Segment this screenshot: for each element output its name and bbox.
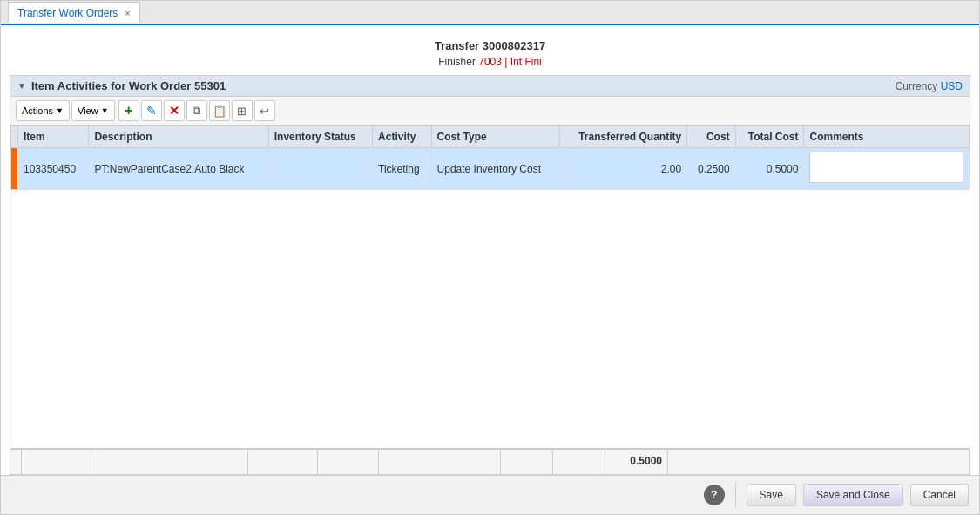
delete-button[interactable]: ✕	[164, 100, 185, 121]
cell-inventory-status	[268, 148, 372, 190]
copy-icon: ⧉	[193, 104, 200, 118]
header-section: Transfer 3000802317 Finisher 7003 | Int …	[1, 25, 979, 75]
collapse-icon[interactable]: ▼	[17, 81, 26, 91]
col-transferred-qty: Transferred Quantity	[560, 126, 687, 148]
header-subtitle: Finisher 7003 | Int Fini	[1, 56, 979, 68]
cell-cost: 0.2500	[687, 148, 735, 190]
transfer-work-orders-tab[interactable]: Transfer Work Orders ×	[8, 2, 140, 23]
currency-info: Currency USD	[896, 80, 963, 92]
table-footer: 0.5000	[10, 448, 970, 474]
cancel-button[interactable]: Cancel	[910, 484, 969, 506]
freeze-button[interactable]: ⊞	[232, 100, 253, 121]
transfer-number: 3000802317	[483, 39, 545, 52]
icon-buttons-group: + ✎ ✕ ⧉ 📋 ⊞	[118, 100, 275, 121]
copy-button[interactable]: ⧉	[186, 100, 207, 121]
section-title-text: Item Activities for Work Order 55301	[31, 79, 226, 92]
col-description: Description	[89, 126, 268, 148]
back-button[interactable]: ↩	[254, 100, 275, 121]
col-cost-type: Cost Type	[431, 126, 560, 148]
add-button[interactable]: +	[118, 100, 139, 121]
currency-value: USD	[941, 80, 963, 92]
actions-button[interactable]: Actions ▼	[16, 100, 70, 121]
col-item: Item	[18, 126, 89, 148]
view-button[interactable]: View ▼	[71, 100, 115, 121]
currency-label: Currency	[896, 80, 938, 92]
table-wrapper[interactable]: Item Description Inventory Status Activi…	[10, 125, 970, 448]
section-title: ▼ Item Activities for Work Order 55301	[17, 79, 226, 92]
col-inventory-status: Inventory Status	[268, 126, 372, 148]
finisher-label: Finisher	[438, 56, 476, 68]
table-container: Item Description Inventory Status Activi…	[10, 125, 970, 474]
save-close-button[interactable]: Save and Close	[803, 484, 903, 506]
delete-icon: ✕	[169, 104, 179, 118]
transfer-label: Transfer	[435, 39, 479, 52]
actions-arrow-icon: ▼	[56, 106, 64, 115]
bottom-bar: ? Save Save and Close Cancel	[1, 475, 979, 514]
header-title: Transfer 3000802317	[1, 39, 979, 52]
section-header: ▼ Item Activities for Work Order 55301 C…	[10, 76, 970, 97]
save-button[interactable]: Save	[747, 484, 796, 506]
cell-comments[interactable]	[804, 148, 970, 190]
comments-textarea[interactable]	[809, 152, 963, 183]
freeze-icon: ⊞	[237, 105, 247, 118]
footer-total: 0.5000	[605, 450, 668, 474]
paste-button[interactable]: 📋	[209, 100, 230, 121]
col-activity: Activity	[373, 126, 432, 148]
cell-cost-type: Update Inventory Cost	[431, 148, 560, 190]
item-activities-section: ▼ Item Activities for Work Order 55301 C…	[10, 75, 970, 475]
edit-button[interactable]: ✎	[141, 100, 162, 121]
col-total-cost: Total Cost	[735, 126, 804, 148]
actions-label: Actions	[22, 105, 53, 116]
tab-label: Transfer Work Orders	[17, 7, 118, 19]
add-icon: +	[125, 103, 132, 119]
view-label: View	[78, 105, 98, 116]
tab-close-icon[interactable]: ×	[125, 8, 130, 18]
edit-icon: ✎	[146, 104, 157, 118]
view-arrow-icon: ▼	[101, 106, 109, 115]
cell-description: PT:NewParentCase2:Auto Black	[89, 148, 268, 190]
col-cost: Cost	[687, 126, 735, 148]
help-button[interactable]: ?	[704, 485, 725, 505]
activities-table: Item Description Inventory Status Activi…	[10, 125, 970, 190]
actions-group: Actions ▼ View ▼	[16, 100, 115, 121]
cell-item: 103350450	[18, 148, 89, 190]
table-row[interactable]: 103350450 PT:NewParentCase2:Auto Black T…	[11, 148, 970, 190]
finisher-value: 7003 | Int Fini	[478, 56, 542, 68]
divider	[735, 483, 736, 507]
cell-activity: Ticketing	[373, 148, 432, 190]
cell-total-cost: 0.5000	[735, 148, 804, 190]
paste-icon: 📋	[213, 105, 226, 118]
cell-transferred-qty: 2.00	[560, 148, 687, 190]
toolbar: Actions ▼ View ▼ + ✎ ✕	[10, 97, 970, 125]
col-comments: Comments	[804, 126, 970, 148]
back-icon: ↩	[260, 105, 269, 118]
